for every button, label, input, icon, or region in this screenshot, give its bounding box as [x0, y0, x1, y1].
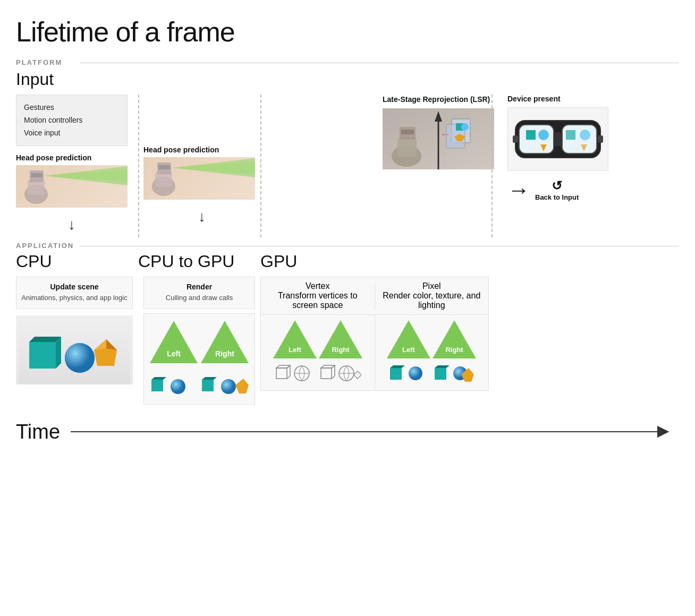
svg-point-80 [409, 366, 422, 380]
divider-3 [491, 95, 493, 237]
lsr-scene-image: ← [383, 108, 494, 169]
pixel-left-tri: Left [387, 318, 430, 361]
divider-1 [138, 95, 139, 237]
pixel-colored-objects [387, 361, 476, 387]
pixel-colored-svg-right [433, 363, 475, 385]
render-card: Render Culling and draw calls [143, 277, 255, 309]
col-device-present: Device present [499, 95, 606, 203]
render-title: Render [148, 283, 250, 291]
objects-svg [19, 315, 130, 384]
svg-rect-14 [397, 138, 417, 157]
main-title: Lifetime of a frame [16, 16, 679, 48]
arrow-down-1: ↓ [16, 216, 128, 233]
platform-area: Gestures Motion controllers Voice input … [16, 95, 679, 237]
render-triangles: Left Right [143, 313, 255, 405]
svg-text:Right: Right [332, 346, 350, 354]
back-to-input-label: Back to Input [535, 193, 579, 202]
application-area: Update scene Animations, physics, and ap… [16, 277, 679, 404]
svg-rect-3 [31, 173, 43, 177]
divider-2 [260, 95, 261, 237]
vertex-triangles: Left Right [261, 315, 375, 390]
col-head-pose-2: Head pose prediction ↓ [138, 95, 260, 229]
head-pose-svg-1 [16, 165, 128, 208]
pixel-half: Pixel Render color, texture, and lightin… [375, 277, 489, 314]
svg-rect-1 [28, 180, 45, 195]
input-item-3: Voice input [24, 127, 120, 140]
svg-marker-52 [202, 377, 217, 380]
svg-rect-7 [155, 172, 172, 187]
pixel-right-tri: Right [433, 318, 476, 361]
refresh-icon: ↺ [552, 178, 562, 193]
svg-rect-78 [390, 368, 402, 380]
svg-marker-40 [56, 337, 61, 369]
svg-text:Right: Right [446, 346, 464, 354]
device-present-footer: → ↺ Back to Input [507, 177, 606, 203]
col-cpu-to-gpu: Render Culling and draw calls Left [138, 277, 260, 404]
svg-point-50 [171, 379, 185, 394]
svg-rect-48 [151, 380, 163, 391]
svg-rect-16 [401, 130, 414, 134]
svg-point-29 [538, 130, 549, 140]
update-scene-desc: Animations, physics, and app logic [21, 293, 128, 303]
col-lsr: Late-Stage Reprojection (LSR) [377, 95, 499, 169]
head-pose-label-2: Head pose prediction [143, 146, 260, 154]
svg-line-63 [287, 376, 290, 379]
render-left-triangle: Left [150, 318, 198, 368]
svg-rect-31 [566, 130, 575, 140]
head-pose-image-2 [143, 157, 255, 200]
update-scene-card: Update scene Animations, physics, and ap… [16, 277, 133, 309]
vertex-wireframes [273, 361, 362, 387]
vertex-desc: Transform vertices to screen space [264, 291, 371, 310]
svg-text:Left: Left [402, 346, 416, 354]
vertex-left-tri: Left [273, 318, 317, 361]
gpu-heading: GPU [260, 252, 489, 271]
svg-text:←: ← [440, 128, 451, 140]
time-arrow-line [71, 431, 668, 432]
pixel-desc: Render color, texture, and lighting [378, 291, 486, 310]
cpu-heading: CPU [16, 252, 138, 271]
right-label-text: Right [215, 349, 234, 358]
vertex-wf-svg-right [319, 363, 361, 385]
svg-rect-59 [276, 368, 287, 379]
svg-point-53 [221, 379, 236, 394]
goggles-svg [513, 110, 603, 168]
input-item-2: Motion controllers [24, 114, 120, 127]
svg-point-32 [580, 130, 590, 140]
input-heading: Input [16, 70, 679, 89]
pixel-tri-row: Left Right [387, 318, 476, 361]
arrow-right-icon: → [507, 177, 530, 203]
svg-rect-35 [513, 135, 518, 143]
left-label-text: Left [167, 349, 181, 358]
right-tri-svg: Right [201, 318, 249, 366]
objects-preview-image [16, 315, 133, 384]
gpu-triangles-area: Left Right [260, 315, 489, 391]
svg-text:Left: Left [289, 346, 302, 354]
svg-rect-26 [519, 125, 554, 153]
col-label-row: CPU CPU to GPU GPU [16, 252, 679, 277]
render-objects-row [146, 371, 252, 402]
svg-rect-38 [29, 342, 56, 369]
head-pose-svg-2 [143, 157, 255, 200]
cpu-col-label: CPU [16, 252, 138, 277]
svg-marker-82 [435, 365, 450, 368]
head-pose-label-1: Head pose prediction [16, 153, 128, 162]
gpu-col-label: GPU [260, 252, 489, 277]
lsr-title: Late-Stage Reprojection (LSR) [383, 95, 499, 104]
device-present-label: Device present [507, 95, 606, 103]
svg-marker-39 [29, 337, 61, 342]
goggles-image [507, 107, 608, 171]
vertex-title: Vertex [264, 281, 371, 291]
svg-rect-36 [598, 135, 603, 143]
lsr-svg: ← [383, 108, 494, 169]
svg-line-70 [332, 376, 335, 379]
input-box: Gestures Motion controllers Voice input [16, 95, 128, 146]
render-desc: Culling and draw calls [148, 293, 250, 303]
arrow-down-2: ↓ [143, 208, 260, 225]
svg-rect-51 [202, 380, 214, 391]
svg-rect-73 [354, 371, 361, 379]
render-triangles-row: Left Right [150, 318, 249, 368]
svg-marker-54 [235, 379, 249, 393]
platform-section-label: PLATFORM [16, 58, 679, 66]
col-gpu: Vertex Transform vertices to screen spac… [260, 277, 489, 391]
col-cpu: Update scene Animations, physics, and ap… [16, 277, 138, 384]
